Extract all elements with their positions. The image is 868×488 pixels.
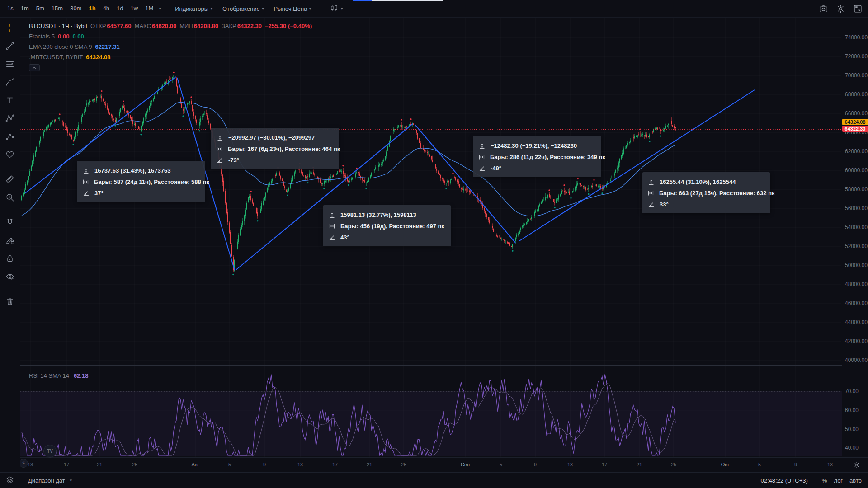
layout-icon[interactable]: [853, 4, 863, 14]
time-tick: Окт: [721, 462, 730, 467]
magnet-icon[interactable]: [3, 216, 17, 229]
price-tick: 70000.00: [845, 72, 868, 79]
time-tick: 5: [500, 462, 502, 467]
price-tick: 74000.00: [845, 34, 868, 41]
low-label: МИН: [179, 23, 193, 29]
price-tick: 48000.00: [845, 281, 868, 287]
ema-value: 62217.31: [95, 43, 119, 50]
chart-style-caret: ▼: [340, 7, 344, 11]
rsi-title: RSI 14 SMA 14: [29, 372, 69, 379]
percent-scale-button[interactable]: %: [822, 477, 827, 484]
measure-bars-text: Бары: 167 (6д 23ч), Расстояние: 464 пк: [228, 145, 340, 152]
candles-style-icon: [330, 4, 339, 14]
measure-price-text: −20992.97 (−30.01%), −2099297: [228, 134, 315, 141]
time-tick: 13: [827, 462, 833, 467]
zoom-in-icon[interactable]: [3, 191, 17, 204]
tradingview-app: 1s1m5m15m30m1h4h1d1w1M ▼ Индикаторы▼Отоб…: [0, 0, 868, 488]
measurement-label-4: −12482.30 (−19.21%), −1248230Бары: 286 (…: [473, 136, 601, 177]
change-value: −255.30 (−0.40%): [265, 23, 312, 29]
interval-switcher: 1s1m5m15m30m1h4h1d1w1M: [4, 3, 157, 14]
interval-4h[interactable]: 4h: [99, 3, 113, 14]
menu-market-price[interactable]: Рыноч.Цена▼: [269, 3, 317, 14]
trend-line-icon[interactable]: [3, 40, 17, 52]
clock[interactable]: 02:48:22 (UTC+3): [760, 477, 807, 484]
time-tick: 25: [132, 462, 137, 467]
index-value: 64324.08: [86, 54, 110, 61]
lock-all-icon[interactable]: [3, 252, 17, 265]
xabcd-pattern-icon[interactable]: [3, 112, 17, 125]
tradingview-logo[interactable]: TV: [43, 445, 57, 458]
price-range-icon: [216, 134, 223, 141]
ema-indicator-row[interactable]: EMA 200 close 0 SMA 9 62217.31: [29, 42, 312, 52]
measure-bars-text: Бары: 456 (19д), Расстояние: 497 пк: [340, 223, 444, 230]
bars-range-icon: [647, 190, 654, 197]
hide-drawings-icon[interactable]: [3, 270, 17, 283]
index-symbol-row[interactable]: .MBTCUSDT, BYBIT 64324.08: [29, 52, 312, 62]
toolbar-divider: [321, 5, 321, 13]
theme-sun-icon[interactable]: [852, 460, 862, 470]
toolbar-divider: [4, 210, 16, 210]
price-tick: 66000.00: [845, 110, 868, 117]
open-value: 64577.60: [107, 23, 131, 29]
time-tick: 17: [64, 462, 69, 467]
pane-collapse-button[interactable]: «: [19, 459, 28, 468]
settings-gear-icon[interactable]: [835, 4, 845, 14]
interval-1s[interactable]: 1s: [4, 3, 17, 14]
drawing-lock-icon[interactable]: [3, 234, 17, 247]
interval-1M[interactable]: 1M: [142, 3, 157, 14]
measure-price-text: 15981.13 (32.77%), 1598113: [340, 211, 416, 218]
text-icon[interactable]: [3, 94, 17, 107]
time-tick: 9: [534, 462, 537, 467]
time-tick: 13: [567, 462, 573, 467]
rsi-indicator-row[interactable]: RSI 14 SMA 14 62.18: [29, 372, 88, 379]
ruler-icon[interactable]: [3, 173, 17, 186]
date-range-caret: ▼: [69, 479, 73, 483]
measure-angle-text: 33°: [660, 201, 669, 208]
chart-style-button[interactable]: ▼: [325, 3, 348, 14]
interval-menu-caret[interactable]: ▼: [158, 7, 162, 11]
time-axis[interactable]: « 13172125Авг5913172125Сен5913172125Окт5…: [0, 457, 868, 473]
angle-icon: [328, 234, 335, 241]
measure-bars-text: Бары: 663 (27д 15ч), Расстояние: 632 пк: [659, 190, 775, 197]
fractals-indicator-row[interactable]: Fractals 5 0.00 0.00: [29, 31, 312, 42]
symbol-row[interactable]: BTCUSDT · 1Ч · Bybit ОТКР64577.60 МАКС64…: [29, 21, 312, 31]
favorites-heart-icon[interactable]: [3, 148, 17, 161]
price-tick: 58000.00: [845, 186, 868, 192]
time-tick: Авг: [191, 462, 199, 467]
toolbar-divider: [166, 5, 166, 13]
angle-icon: [647, 201, 655, 208]
forecast-icon[interactable]: [3, 130, 17, 143]
price-range-icon: [647, 178, 655, 185]
measure-angle-text: -49°: [491, 165, 501, 172]
measure-price-text: 16737.63 (31.43%), 1673763: [94, 167, 170, 174]
interval-15m[interactable]: 15m: [48, 3, 66, 14]
brush-icon[interactable]: [3, 76, 17, 89]
measurement-label-3: 15981.13 (32.77%), 1598113Бары: 456 (19д…: [323, 205, 451, 246]
time-tick: 25: [401, 462, 406, 467]
camera-icon[interactable]: [818, 4, 828, 14]
crosshair-icon[interactable]: [3, 22, 17, 34]
log-scale-button[interactable]: лог: [834, 477, 843, 484]
interval-5m[interactable]: 5m: [33, 3, 48, 14]
low-value: 64208.80: [194, 23, 218, 29]
auto-scale-button[interactable]: авто: [849, 477, 862, 484]
menu-indicators[interactable]: Индикаторы▼: [170, 3, 218, 14]
fib-retracement-icon[interactable]: [3, 58, 17, 70]
interval-1m[interactable]: 1m: [17, 3, 33, 14]
remove-drawings-icon[interactable]: [3, 295, 17, 308]
interval-30m[interactable]: 30m: [66, 3, 85, 14]
object-tree-icon[interactable]: [5, 474, 15, 485]
interval-1d[interactable]: 1d: [113, 3, 127, 14]
time-tick: Сен: [461, 462, 470, 467]
fractals-up-value: 0.00: [72, 33, 84, 40]
price-tick: 56000.00: [845, 205, 868, 211]
interval-1w[interactable]: 1w: [127, 3, 142, 14]
interval-1h[interactable]: 1h: [85, 3, 99, 14]
measure-angle-text: 43°: [340, 234, 349, 241]
menu-display[interactable]: Отображение▼: [218, 3, 269, 14]
price-tick: 50000.00: [845, 262, 868, 268]
legend-collapse-button[interactable]: [29, 64, 40, 71]
angle-icon: [82, 190, 90, 197]
date-range-button[interactable]: Диапазон дат ▼: [28, 477, 73, 484]
toolbar-divider: [4, 167, 16, 167]
